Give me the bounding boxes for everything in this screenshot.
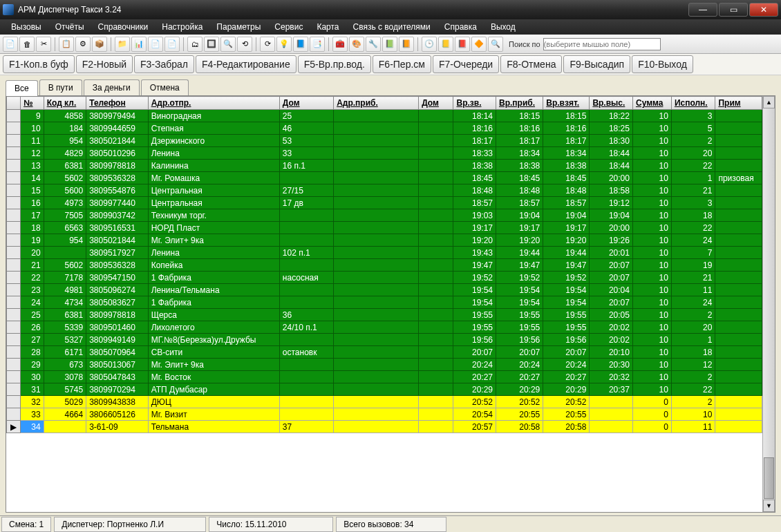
table-row[interactable]: 3030783805047843Мг. Восток20:2720:2720:2… — [7, 371, 762, 383]
cell-dom1[interactable]: 25 — [279, 110, 333, 122]
cell-otpr[interactable]: ДЮЦ — [148, 396, 279, 408]
cell-otpr[interactable]: НОРД Пласт — [148, 222, 279, 234]
cell-n[interactable]: 26 — [21, 321, 44, 334]
cell-kod[interactable]: 7178 — [44, 272, 86, 284]
cell-vprib[interactable]: 19:04 — [496, 209, 543, 222]
cell-vvys[interactable]: 20:07 — [590, 272, 633, 284]
toolbar-btn-0[interactable]: 📄 — [3, 37, 18, 52]
cell-otpr[interactable]: Дзержинского — [148, 135, 279, 147]
cell-tel[interactable]: 3806605126 — [86, 408, 148, 421]
cell-n[interactable]: 14 — [21, 172, 44, 184]
cell-otpr[interactable]: Тельмана — [148, 421, 279, 433]
toolbar-btn-2[interactable]: ✂ — [36, 37, 51, 52]
cell-tel[interactable]: 3809517927 — [86, 247, 148, 259]
cell-sum[interactable]: 10 — [632, 284, 671, 296]
row-handle[interactable] — [7, 321, 21, 334]
row-handle[interactable] — [7, 184, 21, 197]
col-8[interactable]: Вр.приб. — [496, 97, 543, 110]
cell-n[interactable]: 22 — [21, 272, 44, 284]
cell-isp[interactable]: 3 — [671, 110, 715, 122]
table-row[interactable]: 296733805013067Мг. Элит+ 9ка20:2420:2420… — [7, 359, 762, 371]
cell-isp[interactable]: 2 — [671, 371, 715, 383]
cell-vvys[interactable]: 19:04 — [590, 209, 633, 222]
cell-dom2[interactable] — [419, 284, 453, 296]
cell-prim[interactable] — [715, 396, 762, 408]
cell-vvz[interactable]: 18:45 — [543, 172, 590, 184]
col-7[interactable]: Вр.зв. — [453, 97, 496, 110]
cell-prib[interactable] — [334, 259, 419, 272]
cell-kod[interactable]: 673 — [44, 359, 86, 371]
cell-prib[interactable] — [334, 247, 419, 259]
cell-tel[interactable]: 3805047843 — [86, 371, 148, 383]
cell-vvz[interactable]: 20:07 — [543, 346, 590, 359]
cell-vvys[interactable] — [590, 421, 633, 433]
cell-isp[interactable]: 18 — [671, 346, 715, 359]
cell-otpr[interactable]: СВ-сити — [148, 346, 279, 359]
cell-n[interactable]: 34 — [21, 421, 44, 433]
cell-kod[interactable]: 184 — [44, 122, 86, 135]
cell-vzv[interactable]: 19:56 — [453, 334, 496, 346]
cell-isp[interactable]: 7 — [671, 247, 715, 259]
col-4[interactable]: Дом — [279, 97, 333, 110]
cell-tel[interactable]: 3809979494 — [86, 110, 148, 122]
menu-справочники[interactable]: Справочники — [91, 20, 156, 34]
cell-isp[interactable]: 12 — [671, 359, 715, 371]
toolbar-btn-13[interactable]: ⟲ — [237, 37, 252, 52]
cell-dom1[interactable]: насосная — [279, 272, 333, 284]
cell-vvz[interactable]: 19:47 — [543, 259, 590, 272]
vertical-scrollbar[interactable]: ▲ ▼ — [762, 96, 775, 512]
toolbar-btn-8[interactable]: 📄 — [148, 37, 163, 52]
cell-dom1[interactable]: 17 дв — [279, 197, 333, 209]
cell-kod[interactable]: 4829 — [44, 147, 86, 160]
cell-vvys[interactable]: 20:30 — [590, 359, 633, 371]
cell-prim[interactable] — [715, 184, 762, 197]
cell-isp[interactable]: 1 — [671, 172, 715, 184]
cell-vvys[interactable]: 18:22 — [590, 110, 633, 122]
cell-dom2[interactable] — [419, 234, 453, 247]
cell-dom2[interactable] — [419, 383, 453, 396]
cell-dom2[interactable] — [419, 147, 453, 160]
cell-isp[interactable]: 20 — [671, 321, 715, 334]
cell-vvys[interactable] — [590, 396, 633, 408]
cell-vvz[interactable]: 20:29 — [543, 383, 590, 396]
cell-sum[interactable]: 10 — [632, 147, 671, 160]
cell-dom2[interactable] — [419, 247, 453, 259]
cell-kod[interactable]: 6381 — [44, 160, 86, 172]
cell-dom1[interactable] — [279, 209, 333, 222]
cell-n[interactable]: 9 — [21, 110, 44, 122]
row-handle[interactable] — [7, 396, 21, 408]
cell-otpr[interactable]: Степная — [148, 122, 279, 135]
toolbar-btn-1[interactable]: 🗑 — [19, 37, 35, 52]
table-row[interactable]: 24473438050836271 Фабрика19:5419:5419:54… — [7, 296, 762, 309]
cell-otpr[interactable]: Ленина — [148, 247, 279, 259]
cell-dom1[interactable] — [279, 408, 333, 421]
cell-tel[interactable]: 3809978818 — [86, 160, 148, 172]
cell-prib[interactable] — [334, 296, 419, 309]
cell-dom2[interactable] — [419, 259, 453, 272]
cell-prim[interactable] — [715, 421, 762, 433]
table-row[interactable]: 203809517927Ленина102 п.119:4319:4419:44… — [7, 247, 762, 259]
cell-dom2[interactable] — [419, 321, 453, 334]
cell-sum[interactable]: 10 — [632, 359, 671, 371]
fkey-6[interactable]: F6-Пер.см — [373, 55, 431, 73]
cell-vvz[interactable]: 18:16 — [543, 122, 590, 135]
cell-prib[interactable] — [334, 160, 419, 172]
cell-kod[interactable]: 5339 — [44, 321, 86, 334]
menu-отчёты[interactable]: Отчёты — [48, 20, 91, 34]
cell-dom1[interactable] — [279, 284, 333, 296]
row-handle[interactable] — [7, 197, 21, 209]
cell-dom1[interactable]: остановк — [279, 346, 333, 359]
cell-vprib[interactable]: 19:47 — [496, 259, 543, 272]
cell-kod[interactable]: 5602 — [44, 172, 86, 184]
cell-n[interactable]: 19 — [21, 234, 44, 247]
fkey-8[interactable]: F8-Отмена — [500, 55, 562, 73]
cell-vvys[interactable] — [590, 408, 633, 421]
cell-sum[interactable]: 0 — [632, 396, 671, 408]
cell-kod[interactable]: 4973 — [44, 197, 86, 209]
cell-vzv[interactable]: 18:57 — [453, 197, 496, 209]
row-handle[interactable] — [7, 371, 21, 383]
cell-n[interactable]: 32 — [21, 396, 44, 408]
cell-isp[interactable]: 19 — [671, 259, 715, 272]
cell-sum[interactable]: 10 — [632, 122, 671, 135]
cell-dom1[interactable]: 46 — [279, 122, 333, 135]
